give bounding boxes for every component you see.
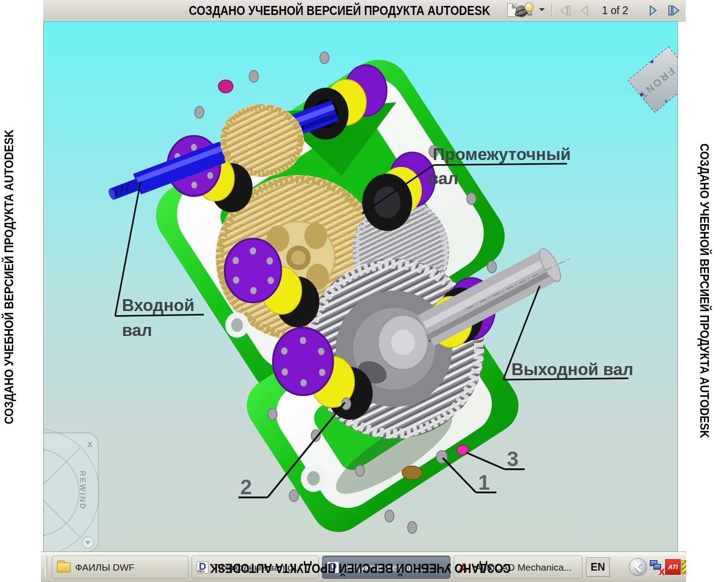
watermark-top: СОЗДАНО УЧЕБНОЙ ВЕРСИЕЙ ПРОДУКТА AUTODES… bbox=[189, 3, 490, 18]
watermark-right: СОЗДАНО УЧЕБНОЙ ВЕРСИЕЙ ПРОДУКТА AUTODES… bbox=[697, 144, 712, 438]
bulb-base bbox=[527, 11, 532, 15]
toolbar-separator bbox=[551, 3, 552, 17]
steering-wheel-widget[interactable]: REWIND x bbox=[44, 429, 99, 552]
viewcube-widget[interactable]: FRONT bbox=[627, 46, 678, 113]
lighting-bulb-icon[interactable] bbox=[525, 2, 535, 18]
callout-output-shaft: Выходной вал bbox=[503, 286, 633, 380]
tray-collapse-chevron-icon[interactable] bbox=[629, 558, 647, 576]
language-indicator[interactable]: EN bbox=[586, 557, 610, 577]
last-page-button[interactable] bbox=[666, 3, 682, 18]
svg-text:вал: вал bbox=[122, 321, 152, 340]
lighting-dropdown-arrow-icon[interactable] bbox=[539, 8, 545, 14]
bulb-glass bbox=[525, 2, 534, 12]
steering-wheel-close-icon[interactable]: x bbox=[87, 439, 92, 449]
svg-text:Входной: Входной bbox=[122, 296, 194, 315]
folder-icon bbox=[57, 562, 71, 572]
svg-text:вал: вал bbox=[428, 169, 458, 188]
first-page-button[interactable] bbox=[556, 3, 573, 18]
svg-text:2: 2 bbox=[240, 475, 252, 499]
page-indicator: 1 of 2 bbox=[602, 5, 628, 17]
3d-viewport[interactable]: REWIND x FRONT Промежуточный вал Входной… bbox=[43, 21, 678, 552]
steering-wheel-rewind-label[interactable]: REWIND bbox=[78, 471, 87, 510]
svg-text:3: 3 bbox=[507, 447, 519, 471]
watermark-left: СОЗДАНО УЧЕБНОЙ ВЕРСИЕЙ ПРОДУКТА AUTODES… bbox=[2, 130, 16, 424]
watermark-bottom: СОЗДАНО УЧЕБНОЙ ВЕРСИЕЙ ПРОДУКТА AUTODES… bbox=[210, 561, 511, 576]
previous-page-button[interactable] bbox=[576, 3, 593, 18]
svg-text:Промежуточный: Промежуточный bbox=[433, 145, 571, 164]
dwf-review-icon: D REV bbox=[197, 562, 208, 573]
tray-extra-icon[interactable] bbox=[682, 560, 686, 574]
network-disconnected-icon[interactable]: x bbox=[650, 560, 663, 574]
callout-3: 3 bbox=[466, 447, 525, 471]
gearbox-model: REWIND x FRONT Промежуточный вал Входной… bbox=[44, 21, 678, 552]
taskbar-grip[interactable] bbox=[45, 556, 47, 578]
svg-text:Выходной вал: Выходной вал bbox=[511, 360, 633, 379]
taskbar-button-dwf-files[interactable]: ФАИЛЫ DWF bbox=[52, 556, 188, 579]
ati-tray-icon[interactable]: ATI bbox=[665, 559, 681, 575]
svg-text:1: 1 bbox=[478, 471, 490, 494]
next-page-button[interactable] bbox=[645, 3, 661, 18]
taskbar-button-label: ФАИЛЫ DWF bbox=[75, 562, 135, 573]
